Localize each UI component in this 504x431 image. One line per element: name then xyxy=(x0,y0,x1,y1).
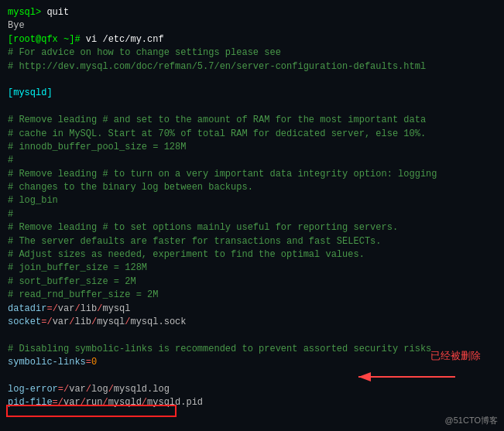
red-highlight-box xyxy=(6,405,177,417)
line-7: [mysqld] xyxy=(8,87,496,100)
line-19: # Adjust sizes as needed, experiment to … xyxy=(8,248,496,262)
line-8 xyxy=(8,101,496,114)
line-9: # Remove leading # and set to the amount… xyxy=(8,114,496,127)
line-2: Bye xyxy=(8,19,496,32)
deleted-label: 已经被删除 xyxy=(430,349,481,363)
line-11: # innodb_buffer_pool_size = 128M xyxy=(8,141,496,154)
line-21: # sort_buffer_size = 2M xyxy=(8,275,496,289)
line-26: # Disabling symbolic-links is recommende… xyxy=(8,343,496,356)
line-24: socket=/var/lib/mysql/mysql.sock xyxy=(8,316,496,329)
line-13: # Remove leading # to turn on a very imp… xyxy=(8,168,496,181)
line-18: # The server defaults are faster for tra… xyxy=(8,235,496,248)
line-16: # xyxy=(8,208,496,221)
line-3: [root@qfx ~]# vi /etc/my.cnf xyxy=(8,33,496,46)
line-10: # cache in MySQL. Start at 70% of total … xyxy=(8,128,496,141)
line-14: # changes to the binary log between back… xyxy=(8,181,496,194)
terminal: mysql> quit Bye [root@qfx ~]# vi /etc/my… xyxy=(0,0,504,431)
line-15: # log_bin xyxy=(8,194,496,207)
line-27: symbolic-links=0 xyxy=(8,356,496,369)
line-12: # xyxy=(8,154,496,167)
line-20: # join_buffer_size = 128M xyxy=(8,262,496,275)
line-4: # For advice on how to change settings p… xyxy=(8,46,496,60)
line-23: datadir=/var/lib/mysql xyxy=(8,303,496,316)
line-17: # Remove leading # to set options mainly… xyxy=(8,221,496,234)
line-22: # read_rnd_buffer_size = 2M xyxy=(8,289,496,302)
line-25 xyxy=(8,329,496,342)
line-6 xyxy=(8,74,496,87)
watermark: @51CTO博客 xyxy=(445,415,498,426)
line-1: mysql> quit xyxy=(8,6,496,19)
line-5: # http://dev.mysql.com/doc/refman/5.7/en… xyxy=(8,60,496,74)
arrow-icon xyxy=(335,371,490,409)
